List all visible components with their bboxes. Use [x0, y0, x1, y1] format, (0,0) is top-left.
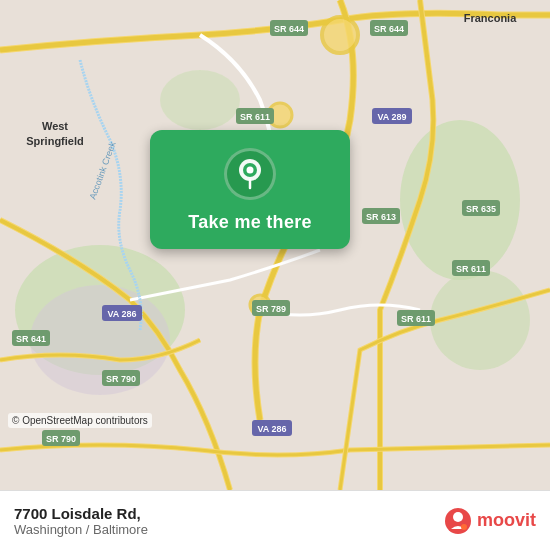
svg-point-43 — [247, 167, 254, 174]
svg-point-45 — [453, 512, 463, 522]
svg-text:SR 611: SR 611 — [401, 314, 431, 324]
moovit-icon — [444, 507, 472, 535]
address-section: 7700 Loisdale Rd, Washington / Baltimore — [14, 505, 434, 537]
map-container: SR 644 SR 644 SR 611 VA 289 SR 613 SR 63… — [0, 0, 550, 490]
svg-text:SR 641: SR 641 — [16, 334, 46, 344]
take-me-there-button[interactable]: Take me there — [150, 130, 350, 249]
city-text: Washington / Baltimore — [14, 522, 434, 537]
svg-text:SR 611: SR 611 — [456, 264, 486, 274]
location-pin-icon — [236, 158, 264, 190]
svg-text:Franconia: Franconia — [464, 12, 517, 24]
svg-text:SR 790: SR 790 — [106, 374, 136, 384]
svg-text:Springfield: Springfield — [26, 135, 83, 147]
moovit-logo[interactable]: moovit — [444, 507, 536, 535]
location-icon-wrapper — [224, 148, 276, 200]
svg-point-46 — [461, 524, 467, 530]
svg-point-5 — [30, 285, 170, 395]
svg-text:SR 613: SR 613 — [366, 212, 396, 222]
svg-text:VA 286: VA 286 — [257, 424, 286, 434]
address-text: 7700 Loisdale Rd, — [14, 505, 434, 522]
svg-text:VA 289: VA 289 — [377, 112, 406, 122]
svg-text:SR 611: SR 611 — [240, 112, 270, 122]
svg-text:West: West — [42, 120, 68, 132]
svg-text:SR 635: SR 635 — [466, 204, 496, 214]
bottom-bar: 7700 Loisdale Rd, Washington / Baltimore… — [0, 490, 550, 550]
svg-point-4 — [160, 70, 240, 130]
svg-text:SR 789: SR 789 — [256, 304, 286, 314]
svg-text:VA 286: VA 286 — [107, 309, 136, 319]
svg-point-6 — [322, 17, 358, 53]
take-me-there-label: Take me there — [188, 212, 312, 233]
svg-text:SR 790: SR 790 — [46, 434, 76, 444]
svg-text:SR 644: SR 644 — [374, 24, 404, 34]
moovit-text: moovit — [477, 510, 536, 531]
osm-attribution: © OpenStreetMap contributors — [8, 413, 152, 428]
svg-text:SR 644: SR 644 — [274, 24, 304, 34]
